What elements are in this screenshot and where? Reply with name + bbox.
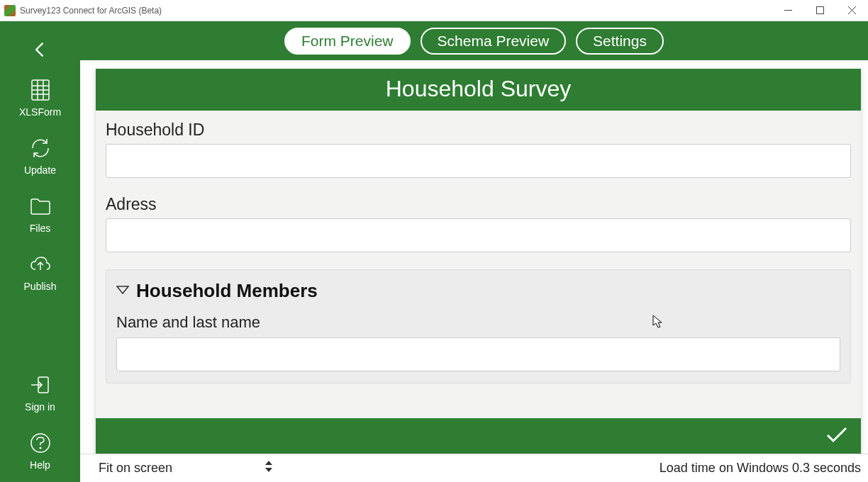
field-label: Household ID (106, 120, 851, 140)
sidebar-item-label: XLSForm (19, 106, 61, 118)
field-label: Adress (106, 195, 851, 214)
form-body: Household ID Adress Household Members (96, 111, 861, 418)
form-footer (96, 418, 861, 454)
statusbar: Fit on screen Load time on Windows 0.3 s… (80, 454, 868, 482)
submit-check-icon[interactable] (825, 426, 848, 446)
field-address: Adress (106, 195, 851, 252)
svg-rect-1 (817, 7, 824, 14)
sidebar-item-update[interactable]: Update (0, 129, 80, 187)
svg-marker-15 (117, 286, 128, 293)
back-button[interactable] (0, 28, 80, 71)
field-household-id: Household ID (106, 120, 851, 178)
zoom-fit-select[interactable]: Fit on screen (99, 460, 273, 476)
sidebar: XLSForm Update Files Publish (0, 21, 80, 482)
group-header[interactable]: Household Members (116, 280, 840, 302)
field-label: Name and last name (116, 313, 840, 332)
spreadsheet-icon (28, 78, 52, 102)
signin-icon (28, 373, 52, 397)
sidebar-item-publish[interactable]: Publish (0, 245, 80, 303)
refresh-icon (28, 136, 52, 160)
folder-icon (28, 194, 52, 218)
svg-marker-17 (265, 468, 272, 472)
tab-settings[interactable]: Settings (576, 28, 664, 55)
spinner-updown-icon (265, 460, 273, 476)
tabbar: Form Preview Schema Preview Settings (80, 21, 868, 60)
form-title: Household Survey (96, 69, 861, 111)
svg-point-14 (40, 447, 41, 449)
window-maximize-button[interactable] (804, 0, 836, 21)
chevron-down-icon (116, 285, 129, 298)
window-minimize-button[interactable] (772, 0, 804, 21)
tab-form-preview[interactable]: Form Preview (284, 28, 411, 55)
form-card: Household Survey Household ID Adress (96, 69, 861, 454)
sidebar-item-label: Help (30, 459, 50, 471)
group-household-members: Household Members Name and last name (106, 269, 851, 383)
zoom-fit-label: Fit on screen (99, 461, 172, 476)
name-input[interactable] (116, 337, 840, 371)
sidebar-item-label: Publish (24, 281, 57, 292)
sidebar-item-xlsform[interactable]: XLSForm (0, 71, 80, 129)
sidebar-item-label: Sign in (25, 401, 55, 413)
sidebar-item-files[interactable]: Files (0, 187, 80, 245)
help-icon (28, 431, 52, 455)
cloud-upload-icon (28, 252, 52, 276)
household-id-input[interactable] (106, 144, 851, 178)
group-title: Household Members (136, 280, 318, 302)
app-icon (4, 5, 16, 16)
form-canvas: Household Survey Household ID Adress (80, 60, 868, 454)
svg-marker-16 (265, 461, 272, 465)
address-input[interactable] (106, 218, 851, 252)
window-title: Survey123 Connect for ArcGIS (Beta) (20, 6, 162, 16)
sidebar-item-help[interactable]: Help (0, 424, 80, 482)
sidebar-item-signin[interactable]: Sign in (0, 366, 80, 424)
sidebar-item-label: Files (30, 223, 51, 234)
window-titlebar: Survey123 Connect for ArcGIS (Beta) (0, 0, 868, 21)
sidebar-item-label: Update (24, 164, 56, 176)
load-time-text: Load time on Windows 0.3 seconds (660, 461, 861, 476)
window-close-button[interactable] (836, 0, 868, 21)
tab-schema-preview[interactable]: Schema Preview (421, 28, 567, 55)
